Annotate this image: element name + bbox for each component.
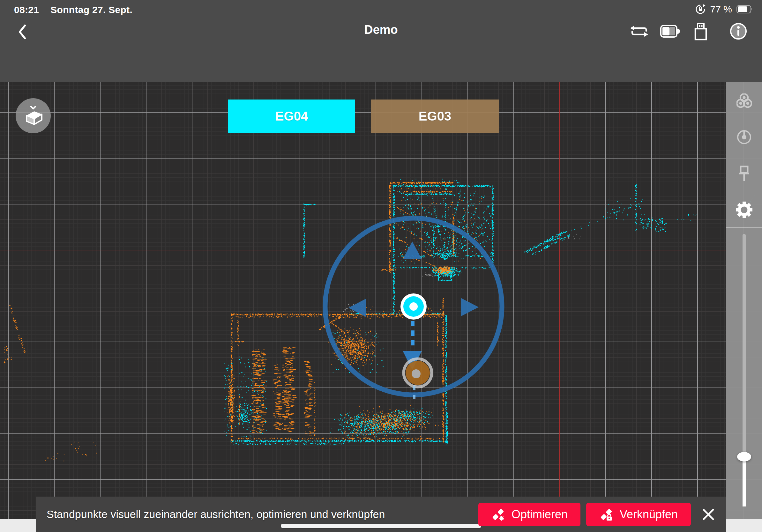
- header: 08:21Sonntag 27. Sept. 77 % Demo: [0, 0, 762, 82]
- link-optimize-icon: [491, 507, 505, 521]
- sheet-scroll-indicator[interactable]: [281, 524, 481, 528]
- scan-button-eg03[interactable]: EG03: [371, 100, 499, 133]
- sidebar-item-bundle[interactable]: [726, 82, 762, 119]
- app-screen: 08:21Sonntag 27. Sept. 77 % Demo: [0, 0, 762, 532]
- close-button[interactable]: [701, 507, 716, 522]
- status-bar-right: 77 %: [695, 4, 753, 15]
- instruction-text: Standpunkte visuell zueinander ausrichte…: [46, 508, 385, 520]
- gear-icon: [735, 201, 753, 219]
- zoom-slider-track-lower[interactable]: [742, 457, 746, 506]
- box-3d-top-view-icon: [22, 106, 44, 126]
- usb-export-button[interactable]: [691, 21, 711, 41]
- battery-icon: [736, 5, 753, 13]
- bottom-toolbar: Standpunkte visuell zueinander ausrichte…: [36, 497, 726, 532]
- scanner-battery-button[interactable]: [660, 21, 680, 41]
- top-view-toggle-button[interactable]: [16, 98, 51, 133]
- info-button[interactable]: [728, 21, 749, 41]
- rotation-lock-icon: [695, 4, 706, 15]
- link-button-label: Verknüpfen: [620, 508, 678, 521]
- sync-button[interactable]: [629, 21, 649, 41]
- info-icon: [729, 22, 747, 40]
- usb-stick-icon: [693, 22, 709, 41]
- battery-percent: 77 %: [710, 4, 732, 15]
- date: Sonntag 27. Sept.: [50, 4, 132, 15]
- sync-arrows-icon: [630, 23, 649, 39]
- status-bar-left: 08:21Sonntag 27. Sept.: [14, 4, 132, 15]
- bundle-bubbles-icon: [736, 94, 752, 108]
- sidebar-item-settings[interactable]: [726, 192, 762, 228]
- link-button[interactable]: Verknüpfen: [586, 503, 691, 526]
- optimize-button-label: Optimieren: [511, 508, 568, 521]
- link-lock-icon: [599, 507, 613, 521]
- optimize-button[interactable]: Optimieren: [478, 503, 580, 526]
- zoom-slider-track[interactable]: [742, 234, 746, 457]
- pin-icon: [737, 165, 751, 183]
- zoom-slider-knob[interactable]: [737, 452, 751, 461]
- scan-button-eg04[interactable]: EG04: [228, 100, 355, 133]
- map-canvas[interactable]: [0, 82, 762, 532]
- scanner-battery-icon: [660, 24, 680, 38]
- clock-gauge-icon: [737, 130, 751, 145]
- clock: 08:21: [14, 4, 39, 15]
- sidebar-item-pin[interactable]: [726, 155, 762, 192]
- close-x-icon: [702, 508, 715, 521]
- bottom-left-strip: [0, 519, 36, 532]
- sidebar-item-gauge[interactable]: [726, 119, 762, 155]
- bottom-right-strip: [726, 519, 762, 532]
